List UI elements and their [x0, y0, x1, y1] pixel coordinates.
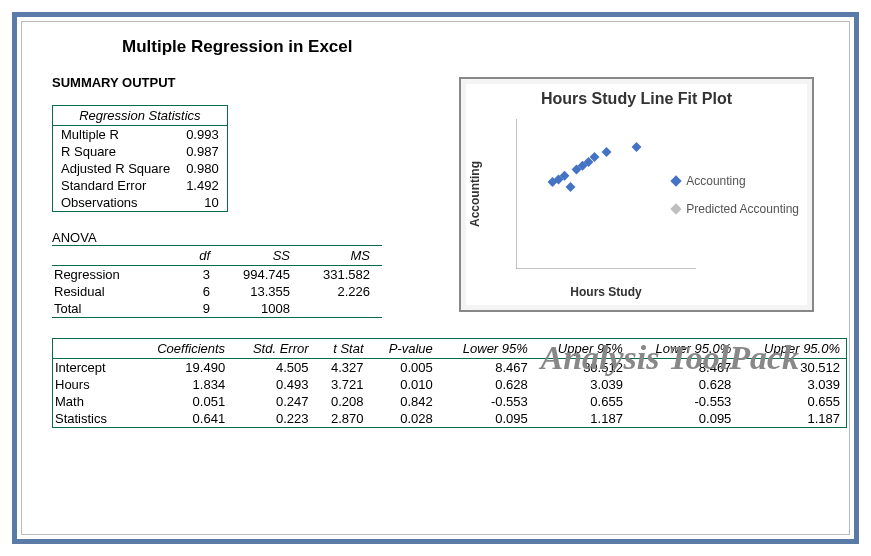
y-axis-title: Accounting: [468, 84, 482, 305]
chart-title: Hours Study Line Fit Plot: [466, 84, 807, 108]
table-row: Standard Error1.492: [53, 177, 228, 194]
table-row: Adjusted R Square0.980: [53, 160, 228, 177]
anova-table: df SS MS Regression3994.745331.582 Resid…: [52, 245, 382, 318]
table-row: Multiple R0.993: [53, 126, 228, 144]
legend-item: Predicted Accounting: [672, 202, 799, 216]
data-points: [548, 142, 642, 192]
square-icon: [671, 203, 682, 214]
chart-panel: Hours Study Line Fit Plot Accounting 0 2…: [459, 77, 814, 312]
x-axis-title: Hours Study: [516, 285, 696, 299]
table-row: Statistics0.6410.2232.8700.0280.0951.187…: [53, 410, 847, 428]
table-row: R Square0.987: [53, 143, 228, 160]
main-title: Multiple Regression in Excel: [122, 37, 829, 57]
table-row: Math0.0510.2470.2080.842-0.5530.655-0.55…: [53, 393, 847, 410]
inner-frame: Multiple Regression in Excel SUMMARY OUT…: [21, 21, 850, 535]
table-row: Regression3994.745331.582: [52, 266, 382, 284]
svg-rect-33: [632, 142, 642, 152]
outer-frame: Multiple Regression in Excel SUMMARY OUT…: [12, 12, 859, 544]
svg-rect-27: [566, 182, 576, 192]
table-row: Observations10: [53, 194, 228, 212]
table-row: Total91008: [52, 300, 382, 318]
diamond-icon: [671, 175, 682, 186]
chart-legend: Accounting Predicted Accounting: [672, 174, 799, 230]
table-row: Residual613.3552.226: [52, 283, 382, 300]
legend-item: Accounting: [672, 174, 799, 188]
svg-rect-32: [602, 147, 612, 157]
scatter-plot: 0 20 40 60 80 100 120: [516, 119, 696, 269]
analysis-toolpak-label: Analysis ToolPack: [541, 339, 800, 377]
regression-statistics-table: Regression Statistics Multiple R0.993 R …: [52, 105, 228, 212]
reg-stats-header: Regression Statistics: [53, 106, 228, 126]
chart-inner: Hours Study Line Fit Plot Accounting 0 2…: [466, 84, 807, 305]
table-row: Hours1.8340.4933.7210.0100.6283.0390.628…: [53, 376, 847, 393]
